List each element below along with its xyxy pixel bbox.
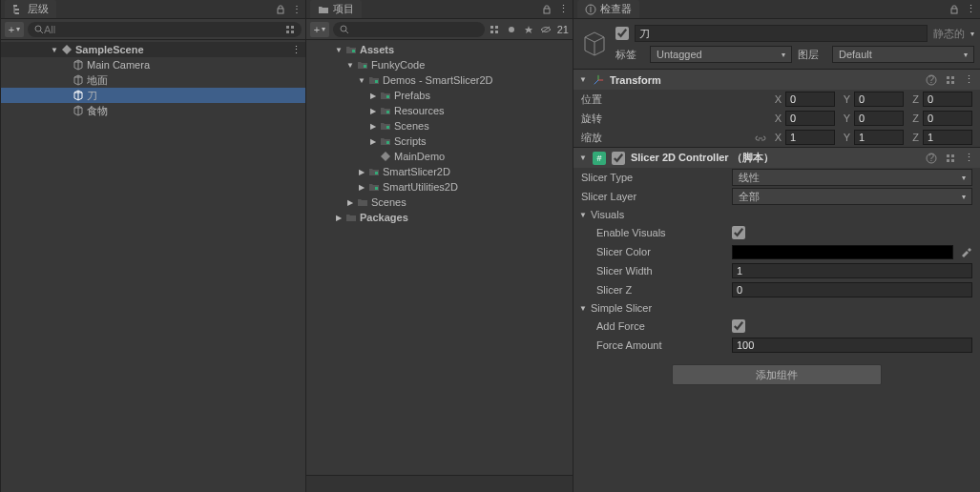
preset-icon[interactable] [945, 74, 956, 86]
slicer-layer-dropdown[interactable]: 全部▾ [732, 188, 972, 205]
chevron-right-icon[interactable]: ▶ [356, 168, 367, 176]
project-folder[interactable]: ▶Scenes [306, 195, 573, 210]
help-icon[interactable]: ? [926, 74, 937, 86]
tag-dropdown[interactable]: Untagged▾ [650, 46, 792, 63]
gameobject-cube-icon[interactable] [579, 29, 610, 59]
hierarchy-item[interactable]: Main Camera [1, 57, 305, 72]
hierarchy-item[interactable]: 食物 [1, 103, 305, 118]
svg-rect-36 [947, 76, 949, 79]
chevron-down-icon[interactable]: ▼ [344, 61, 356, 70]
lock-icon[interactable] [541, 4, 553, 15]
pos-x-input[interactable] [785, 92, 835, 107]
object-name-input[interactable] [635, 25, 928, 42]
slicer-type-row: Slicer Type 线性▾ [573, 168, 980, 187]
project-folder[interactable]: ▶Scripts [306, 133, 573, 149]
add-force-checkbox[interactable] [732, 319, 745, 333]
kebab-icon[interactable]: ⋮ [292, 4, 302, 14]
project-folder[interactable]: ▶SmartSlicer2D [306, 164, 573, 179]
transform-component-header[interactable]: ▼ Transform ? ⋮ [573, 69, 980, 90]
kebab-icon[interactable]: ⋮ [964, 152, 974, 164]
project-folder[interactable]: ▼FunkyCode [306, 57, 573, 72]
folder-label: SmartSlicer2D [383, 166, 450, 177]
active-checkbox[interactable] [615, 27, 629, 40]
inspector-tab[interactable]: i 检查器 [577, 0, 639, 18]
link-icon[interactable] [755, 132, 766, 143]
kebab-icon[interactable]: ⋮ [291, 44, 302, 56]
chevron-down-icon[interactable]: ▼ [49, 46, 60, 54]
folder-icon [344, 211, 358, 224]
folder-label: FunkyCode [371, 59, 425, 71]
project-folder[interactable]: ▶SmartUtilities2D [306, 179, 573, 195]
svg-rect-39 [951, 81, 954, 84]
filter-type-icon[interactable] [489, 24, 500, 35]
chevron-down-icon[interactable]: ▼ [579, 154, 587, 162]
enable-visuals-checkbox[interactable] [732, 226, 745, 239]
create-button[interactable]: +▾ [310, 22, 329, 37]
project-folder[interactable]: ▶Resources [306, 103, 573, 118]
slicer-type-dropdown[interactable]: 线性▾ [732, 169, 972, 186]
color-swatch[interactable] [732, 245, 953, 259]
pos-z-input[interactable] [923, 92, 972, 107]
kebab-icon[interactable]: ⋮ [558, 3, 569, 15]
eyedropper-icon[interactable] [959, 245, 972, 258]
lock-icon[interactable] [949, 4, 960, 15]
visuals-foldout[interactable]: ▼ Visuals [573, 206, 980, 223]
search-input[interactable] [44, 24, 285, 35]
filter-label-icon[interactable] [506, 24, 517, 35]
simple-slicer-foldout[interactable]: ▼ Simple Slicer [573, 299, 980, 317]
hierarchy-item-selected[interactable]: 刀 [1, 88, 305, 103]
layer-dropdown[interactable]: Default▾ [832, 46, 974, 63]
kebab-icon[interactable]: ⋮ [964, 73, 974, 86]
chevron-right-icon[interactable]: ▶ [333, 214, 344, 222]
scl-x-input[interactable] [785, 130, 835, 145]
lock-icon[interactable] [275, 4, 286, 15]
rot-z-input[interactable] [923, 111, 972, 126]
chevron-right-icon[interactable]: ▶ [367, 107, 379, 115]
chevron-down-icon[interactable]: ▼ [356, 76, 367, 85]
project-folder[interactable]: ▶Packages [306, 210, 573, 225]
rot-x-input[interactable] [785, 111, 835, 126]
chevron-right-icon[interactable]: ▶ [367, 137, 379, 146]
slicer-width-input[interactable] [732, 263, 972, 278]
slicer-z-input[interactable] [732, 282, 972, 297]
hierarchy-search[interactable] [28, 22, 302, 37]
chevron-right-icon[interactable]: ▶ [356, 183, 367, 192]
project-item[interactable]: MainDemo [306, 149, 573, 164]
chevron-right-icon[interactable]: ▶ [367, 92, 379, 100]
visibility-icon[interactable] [540, 24, 552, 35]
static-dropdown-caret[interactable]: ▾ [970, 30, 974, 38]
project-search[interactable] [333, 22, 485, 37]
project-folder[interactable]: ▶Scenes [306, 118, 573, 133]
rotation-row: 旋转 X Y Z [573, 109, 980, 128]
rot-y-input[interactable] [854, 111, 904, 126]
search-filter-icon[interactable] [285, 24, 296, 35]
pos-y-input[interactable] [854, 92, 904, 107]
add-component-button[interactable]: 添加组件 [672, 364, 882, 385]
project-tree: ▼Assets ▼FunkyCode ▼Demos - SmartSlicer2… [306, 40, 573, 475]
project-tab[interactable]: 项目 [310, 0, 362, 18]
hierarchy-item[interactable]: 地面 [1, 72, 305, 88]
search-input[interactable] [349, 24, 479, 35]
help-icon[interactable]: ? [926, 153, 937, 164]
chevron-down-icon[interactable]: ▼ [579, 304, 587, 313]
scl-z-input[interactable] [923, 130, 972, 145]
chevron-down-icon[interactable]: ▼ [579, 211, 587, 219]
force-amount-input[interactable] [732, 338, 972, 353]
favorite-icon[interactable] [523, 24, 534, 35]
create-button[interactable]: +▾ [5, 22, 24, 37]
chevron-right-icon[interactable]: ▶ [344, 198, 356, 207]
chevron-down-icon[interactable]: ▼ [579, 75, 587, 84]
scene-row[interactable]: ▼ SampleScene ⋮ [1, 42, 305, 57]
project-folder[interactable]: ▼Demos - SmartSlicer2D [306, 72, 573, 88]
hierarchy-tab[interactable]: 层级 [5, 0, 56, 18]
chevron-down-icon[interactable]: ▼ [333, 46, 344, 54]
component-enabled-checkbox[interactable] [612, 152, 625, 165]
project-folder[interactable]: ▼Assets [306, 42, 573, 57]
preset-icon[interactable] [945, 153, 956, 164]
project-folder[interactable]: ▶Prefabs [306, 88, 573, 103]
slicer-component-header[interactable]: ▼ # Slicer 2D Controller （脚本） ? ⋮ [573, 147, 980, 168]
chevron-right-icon[interactable]: ▶ [367, 122, 379, 131]
kebab-icon[interactable]: ⋮ [966, 3, 976, 15]
scl-y-input[interactable] [854, 130, 904, 145]
svg-rect-3 [278, 9, 283, 13]
